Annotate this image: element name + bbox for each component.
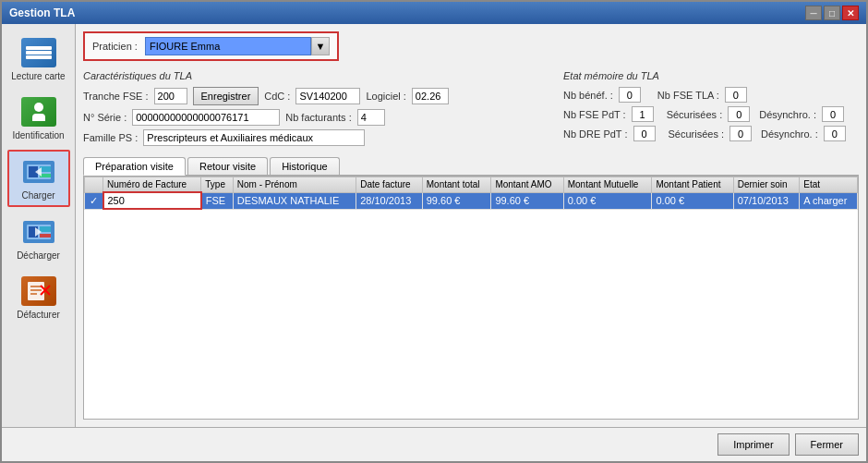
- sidebar-item-charger[interactable]: Charger: [7, 150, 70, 207]
- desynchro-value1: 0: [822, 106, 844, 122]
- nb-benef-value: 0: [619, 87, 641, 103]
- nb-dre-pdt-value: 0: [633, 126, 656, 141]
- cell-montant-mutuelle: 0.00 €: [563, 192, 652, 209]
- etat-row2: Nb FSE PdT : 1 Sécurisées : 0 Désynchro.…: [563, 106, 859, 122]
- etat-row3: Nb DRE PdT : 0 Sécurisées : 0 Désynchro.…: [563, 126, 859, 141]
- svg-rect-9: [40, 226, 51, 232]
- praticien-dropdown[interactable]: ▼: [311, 37, 330, 55]
- sidebar-item-identification[interactable]: Identification: [7, 91, 70, 146]
- etat-memoire-title: Etat mémoire du TLA: [563, 70, 859, 81]
- defacturer-icon: [20, 274, 57, 308]
- nb-fse-tla-value: 0: [725, 87, 747, 103]
- main-panel: Praticien : ▼ Caractéristiques du TLA Tr…: [76, 24, 866, 427]
- col-header-date: Date facture: [356, 177, 423, 193]
- charger-icon: [20, 155, 57, 189]
- sidebar-label-charger: Charger: [21, 190, 54, 201]
- cell-date-facture: 28/10/2013: [356, 192, 423, 209]
- decharger-icon: [20, 215, 57, 249]
- table-row[interactable]: ✓ 250 FSE DESMAUX NATHALIE 28/10/2013 99…: [85, 192, 858, 209]
- desynchro-value2: 0: [824, 126, 846, 141]
- securisees-value2: 0: [729, 126, 752, 141]
- cell-dernier-soin: 07/10/2013: [733, 192, 800, 209]
- lecture-carte-icon: [20, 36, 57, 69]
- content-area: Lecture carte Identification: [2, 24, 866, 427]
- cell-type: FSE: [201, 192, 234, 209]
- cdc-label: CdC :: [264, 91, 290, 102]
- praticien-row: Praticien : ▼: [83, 31, 339, 61]
- famille-ps-label: Famille PS :: [83, 132, 138, 143]
- sidebar-item-decharger[interactable]: Décharger: [7, 211, 70, 266]
- tranche-fse-row: Tranche FSE : Enregistrer CdC : Logiciel…: [83, 87, 549, 105]
- securisees-label2: Sécurisées :: [669, 128, 725, 140]
- svg-rect-12: [28, 282, 44, 300]
- tab-bar: Préparation visite Retour visite Histori…: [83, 157, 859, 176]
- nb-benef-label: Nb bénéf. :: [563, 90, 613, 101]
- nb-facturants-label: Nb facturants :: [285, 112, 352, 123]
- col-header-type: Type: [201, 177, 234, 193]
- tab-historique[interactable]: Historique: [270, 157, 340, 175]
- sidebar-label-lecture-carte: Lecture carte: [11, 71, 65, 82]
- col-header-mutuelle: Montant Mutuelle: [563, 177, 652, 193]
- cell-etat: A charger: [800, 192, 858, 209]
- nb-fse-pdt-label: Nb FSE PdT :: [563, 109, 626, 120]
- securisees-label1: Sécurisées :: [667, 109, 723, 120]
- logiciel-label: Logiciel :: [366, 91, 405, 102]
- logiciel-input[interactable]: [412, 88, 449, 104]
- cell-nom-prenom: DESMAUX NATHALIE: [233, 192, 356, 209]
- praticien-input[interactable]: [145, 37, 311, 55]
- caracteristiques-section: Caractéristiques du TLA Tranche FSE : En…: [83, 70, 549, 150]
- col-header-numero: Numéro de Facture: [103, 177, 201, 193]
- col-header-amo: Montant AMO: [491, 177, 563, 193]
- nb-facturants-input[interactable]: [357, 109, 385, 126]
- imprimer-button[interactable]: Imprimer: [717, 433, 789, 456]
- nb-fse-tla-label: Nb FSE TLA :: [657, 90, 719, 101]
- nb-fse-pdt-value: 1: [632, 106, 654, 122]
- sidebar-item-defacturer[interactable]: Défacturer: [7, 270, 70, 325]
- cell-check: ✓: [85, 192, 103, 209]
- nserie-input[interactable]: [132, 109, 280, 126]
- cell-numero: 250: [103, 192, 201, 209]
- col-header-patient: Montant Patient: [652, 177, 733, 193]
- enregistrer-button[interactable]: Enregistrer: [193, 87, 259, 105]
- title-bar-buttons: ─ □ ✕: [805, 6, 859, 20]
- desynchro-label1: Désynchro. :: [759, 109, 816, 120]
- desynchro-label2: Désynchro. :: [761, 128, 818, 140]
- famille-ps-row: Famille PS :: [83, 129, 549, 146]
- title-bar: Gestion TLA ─ □ ✕: [2, 2, 866, 24]
- praticien-label: Praticien :: [92, 41, 138, 52]
- tranche-fse-label: Tranche FSE :: [83, 91, 149, 102]
- col-header-total: Montant total: [422, 177, 491, 193]
- sidebar-label-decharger: Décharger: [17, 250, 60, 262]
- securisees-value1: 0: [728, 106, 750, 122]
- etat-row1: Nb bénéf. : 0 Nb FSE TLA : 0: [563, 87, 859, 103]
- factures-table: Numéro de Facture Type Nom - Prénom Date…: [84, 177, 858, 210]
- cell-montant-total: 99.60 €: [422, 192, 491, 209]
- col-header-nom: Nom - Prénom: [233, 177, 356, 193]
- caracteristiques-title: Caractéristiques du TLA: [83, 70, 549, 81]
- svg-rect-10: [40, 234, 51, 238]
- col-header-etat: Etat: [800, 177, 858, 193]
- cell-montant-patient: 0.00 €: [652, 192, 733, 209]
- tranche-fse-input[interactable]: [154, 88, 187, 104]
- nb-dre-pdt-label: Nb DRE PdT :: [563, 128, 628, 140]
- sidebar-label-defacturer: Défacturer: [17, 310, 60, 321]
- close-button[interactable]: ✕: [842, 6, 859, 20]
- maximize-button[interactable]: □: [824, 6, 840, 20]
- famille-ps-input[interactable]: [143, 129, 365, 146]
- nserie-label: N° Série :: [83, 112, 127, 123]
- identification-icon: [20, 95, 57, 128]
- two-column-section: Caractéristiques du TLA Tranche FSE : En…: [83, 70, 859, 150]
- main-window: Gestion TLA ─ □ ✕ Lect: [0, 0, 868, 463]
- tab-retour[interactable]: Retour visite: [187, 157, 268, 175]
- minimize-button[interactable]: ─: [805, 6, 822, 20]
- col-header-check: [85, 177, 103, 193]
- nserie-row: N° Série : Nb facturants :: [83, 109, 549, 126]
- bottom-bar: Imprimer Fermer: [2, 427, 866, 461]
- cdc-input[interactable]: [295, 88, 360, 104]
- fermer-button[interactable]: Fermer: [795, 433, 859, 456]
- sidebar: Lecture carte Identification: [2, 24, 76, 427]
- col-header-dernier-soin: Dernier soin: [733, 177, 800, 193]
- table-container: Numéro de Facture Type Nom - Prénom Date…: [83, 176, 859, 420]
- tab-preparation[interactable]: Préparation visite: [83, 157, 186, 176]
- sidebar-item-lecture-carte[interactable]: Lecture carte: [7, 31, 70, 87]
